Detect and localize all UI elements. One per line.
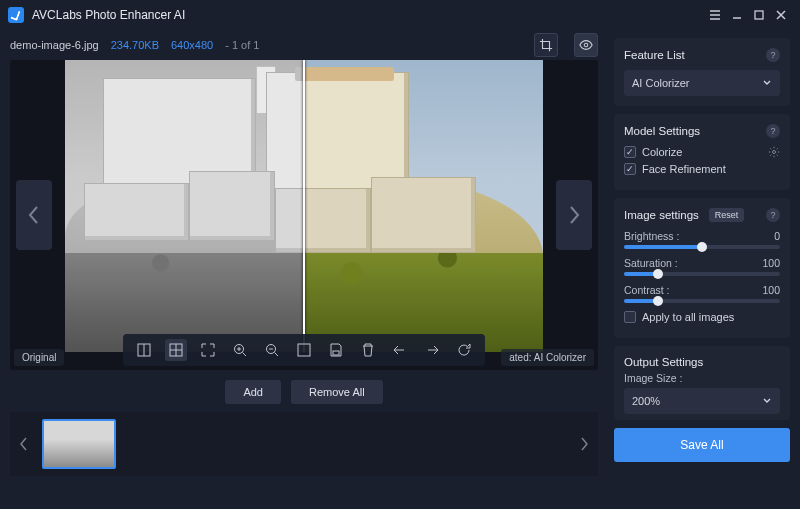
layout-single-icon[interactable] [133,339,155,361]
apply-all-checkbox[interactable] [624,311,636,323]
contrast-value: 100 [762,284,780,296]
refresh-icon[interactable] [453,339,475,361]
svg-rect-0 [755,11,763,19]
original-badge: Original [14,349,64,366]
minimize-button[interactable] [726,4,748,26]
reset-button[interactable]: Reset [709,208,745,222]
model-settings-panel: Model Settings ? Colorize Face Refinemen… [614,114,790,190]
apply-all-label: Apply to all images [642,311,734,323]
add-button[interactable]: Add [225,380,281,404]
maximize-button[interactable] [748,4,770,26]
file-size: 234.70KB [111,39,159,51]
app-title: AVCLabs Photo Enhancer AI [32,8,185,22]
feature-list-panel: Feature List ? AI Colorizer [614,38,790,106]
colorize-label: Colorize [642,146,682,158]
viewer-toolbar [123,334,485,366]
svg-point-1 [584,43,588,47]
svg-rect-10 [333,351,339,355]
redo-icon[interactable] [421,339,443,361]
image-size-value: 200% [632,395,660,407]
saturation-slider[interactable]: Saturation :100 [624,257,780,276]
side-panel: Feature List ? AI Colorizer Model Settin… [608,30,800,509]
chevron-down-icon [762,78,772,88]
contrast-label: Contrast : [624,284,670,296]
colorize-gear-icon[interactable] [768,146,780,158]
feature-select-value: AI Colorizer [632,77,689,89]
output-badge: ated: AI Colorizer [501,349,594,366]
face-refinement-label: Face Refinement [642,163,726,175]
help-icon[interactable]: ? [766,208,780,222]
file-info-bar: demo-image-6.jpg 234.70KB 640x480 - 1 of… [10,30,598,60]
image-size-select[interactable]: 200% [624,388,780,414]
zoom-out-icon[interactable] [261,339,283,361]
undo-icon[interactable] [389,339,411,361]
zoom-in-icon[interactable] [229,339,251,361]
svg-rect-9 [298,344,310,356]
model-settings-title: Model Settings [624,125,700,137]
chevron-down-icon [762,396,772,406]
output-settings-title: Output Settings [624,356,703,368]
output-settings-panel: Output Settings Image Size : 200% [614,346,790,420]
actual-size-icon[interactable] [293,339,315,361]
brightness-label: Brightness : [624,230,679,242]
file-name: demo-image-6.jpg [10,39,99,51]
delete-icon[interactable] [357,339,379,361]
thumbnail-strip [10,412,598,476]
brightness-value: 0 [774,230,780,242]
thumb-prev-button[interactable] [14,412,34,476]
preview-button[interactable] [574,33,598,57]
image-viewer: Original ated: AI Colorizer [10,60,598,370]
save-all-button[interactable]: Save All [614,428,790,462]
contrast-slider[interactable]: Contrast :100 [624,284,780,303]
face-refinement-checkbox[interactable] [624,163,636,175]
layout-split-icon[interactable] [165,339,187,361]
action-row: Add Remove All [10,370,598,412]
feature-select[interactable]: AI Colorizer [624,70,780,96]
help-icon[interactable]: ? [766,124,780,138]
app-logo-icon [8,7,24,23]
colorize-checkbox[interactable] [624,146,636,158]
remove-all-button[interactable]: Remove All [291,380,383,404]
file-dimensions: 640x480 [171,39,213,51]
save-image-icon[interactable] [325,339,347,361]
close-button[interactable] [770,4,792,26]
fit-screen-icon[interactable] [197,339,219,361]
thumb-next-button[interactable] [574,412,594,476]
image-settings-panel: Image settings Reset ? Brightness :0 Sat… [614,198,790,338]
menu-button[interactable] [704,4,726,26]
saturation-value: 100 [762,257,780,269]
save-all-label: Save All [680,438,723,452]
next-image-button[interactable] [556,180,592,250]
thumbnail-item[interactable] [42,419,116,469]
compare-divider[interactable] [303,60,305,352]
image-size-label: Image Size : [624,372,780,384]
titlebar: AVCLabs Photo Enhancer AI [0,0,800,30]
main-area: demo-image-6.jpg 234.70KB 640x480 - 1 of… [0,30,608,509]
saturation-label: Saturation : [624,257,678,269]
help-icon[interactable]: ? [766,48,780,62]
feature-list-title: Feature List [624,49,685,61]
crop-button[interactable] [534,33,558,57]
image-settings-title: Image settings [624,209,699,221]
prev-image-button[interactable] [16,180,52,250]
file-index: - 1 of 1 [225,39,259,51]
svg-point-11 [773,151,776,154]
brightness-slider[interactable]: Brightness :0 [624,230,780,249]
